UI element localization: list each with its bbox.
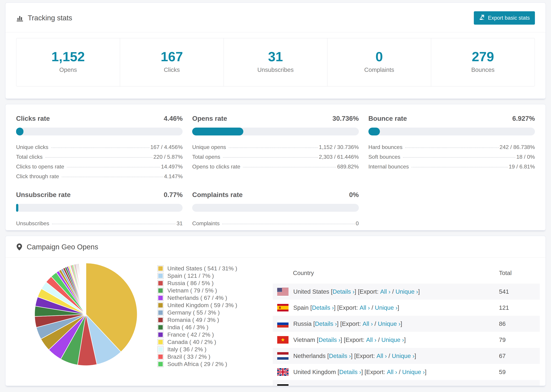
bracket-export: ] [Export: bbox=[343, 385, 369, 386]
slash: / bbox=[390, 288, 396, 295]
table-row-vietnam: Vietnam [Details ›] [Export: All › / Uni… bbox=[273, 332, 540, 348]
flag-icon-de bbox=[277, 384, 289, 386]
export-unique-link[interactable]: Unique › bbox=[375, 304, 397, 311]
total-value: 67 bbox=[499, 348, 540, 364]
column-header-country: Country bbox=[273, 262, 499, 284]
bracket: [ bbox=[320, 385, 321, 386]
rates-card: Clicks rate4.46%Unique clicks167 / 4.456… bbox=[5, 104, 546, 231]
country-name: United States bbox=[293, 288, 331, 295]
details-link[interactable]: Details › bbox=[329, 352, 351, 359]
export-unique-link[interactable]: Unique › bbox=[381, 336, 404, 343]
rate-detail-value: 242 / 86.738% bbox=[500, 144, 535, 150]
flag-icon-es bbox=[277, 304, 289, 311]
tracking-stats-title: Tracking stats bbox=[16, 14, 72, 22]
country-name: Russia bbox=[293, 320, 313, 327]
rate-detail-row: Soft bounces18 / 0% bbox=[368, 152, 535, 162]
legend-item-vietnam: Vietnam ( 79 / 5% ) bbox=[157, 287, 263, 294]
stat-card-unsubscribes: 31Unsubscribes bbox=[224, 38, 327, 86]
bracket-export: ] [Export: bbox=[340, 336, 366, 343]
bracket: [ bbox=[317, 336, 319, 343]
rate-detail-value: 167 / 4.456% bbox=[150, 144, 183, 150]
bracket-export: ] [Export: bbox=[337, 320, 363, 327]
country-name: Vietnam bbox=[293, 336, 317, 343]
slash: / bbox=[397, 369, 402, 375]
legend-label: Vietnam ( 79 / 5% ) bbox=[167, 287, 217, 294]
export-all-link[interactable]: All › bbox=[376, 352, 387, 359]
export-unique-link[interactable]: Unique › bbox=[402, 369, 425, 375]
flag-icon-nl bbox=[277, 352, 289, 360]
export-all-link[interactable]: All › bbox=[366, 336, 376, 343]
rate-detail-label: Total clicks bbox=[16, 154, 42, 160]
rate-detail-row: Unique opens1,152 / 30.736% bbox=[192, 142, 359, 152]
slash: / bbox=[379, 385, 384, 386]
rate-value: 0.77% bbox=[164, 191, 183, 199]
stat-value: 1,152 bbox=[16, 50, 120, 63]
rate-detail-value: 19 / 6.81% bbox=[509, 163, 535, 170]
rate-detail-value: 18 / 0% bbox=[516, 154, 535, 160]
legend-label: India ( 46 / 3% ) bbox=[167, 324, 208, 331]
stat-value: 31 bbox=[224, 50, 327, 63]
rate-progress-bar bbox=[16, 204, 183, 212]
details-link[interactable]: Details › bbox=[339, 369, 361, 375]
export-all-link[interactable]: All › bbox=[360, 304, 370, 311]
flag-icon-us bbox=[277, 288, 289, 295]
stat-label: Bounces bbox=[431, 66, 535, 73]
export-icon bbox=[479, 14, 485, 22]
rate-value: 0% bbox=[349, 191, 359, 199]
export-unique-link[interactable]: Unique › bbox=[396, 288, 418, 295]
legend-color-chip bbox=[157, 280, 164, 286]
export-unique-link[interactable]: Unique › bbox=[384, 385, 407, 386]
table-row-germany: Germany [Details ›] [Export: All › / Uni… bbox=[273, 380, 540, 386]
rate-detail-value: 220 / 5.87% bbox=[154, 154, 183, 160]
legend-label: United Kingdom ( 59 / 3% ) bbox=[167, 302, 237, 308]
export-all-link[interactable]: All › bbox=[363, 320, 373, 327]
country-name: United Kingdom bbox=[293, 369, 338, 375]
rate-detail-value: 14.497% bbox=[161, 163, 183, 170]
details-link[interactable]: Details › bbox=[315, 320, 337, 327]
rate-detail-label: Opens to clicks rate bbox=[192, 163, 240, 170]
rate-detail-label: Clicks to opens rate bbox=[16, 163, 64, 170]
details-link[interactable]: Details › bbox=[318, 336, 340, 343]
details-link[interactable]: Details › bbox=[333, 288, 354, 295]
rate-value: 6.927% bbox=[512, 115, 535, 122]
pie-slice-other[interactable] bbox=[86, 263, 86, 314]
rate-detail-row: Unsubscribes31 bbox=[16, 219, 183, 228]
export-all-link[interactable]: All › bbox=[369, 385, 379, 386]
table-row-netherlands: Netherlands [Details ›] [Export: All › /… bbox=[273, 348, 540, 364]
export-all-link[interactable]: All › bbox=[380, 288, 390, 295]
details-link[interactable]: Details › bbox=[312, 304, 334, 311]
total-value: 121 bbox=[499, 300, 540, 316]
stat-label: Complaints bbox=[327, 66, 431, 73]
legend-label: Germany ( 55 / 3% ) bbox=[167, 309, 220, 316]
rate-detail-label: Total opens bbox=[192, 154, 220, 160]
geo-opens-pie-chart bbox=[33, 262, 139, 367]
total-value: 59 bbox=[499, 364, 540, 380]
legend-label: Brazil ( 33 / 2% ) bbox=[167, 353, 210, 360]
export-basic-stats-button[interactable]: Export basic stats bbox=[474, 11, 535, 25]
details-link[interactable]: Details › bbox=[321, 385, 343, 386]
rate-detail-label: Hard bounces bbox=[368, 144, 403, 150]
legend-label: France ( 42 / 2% ) bbox=[167, 331, 214, 338]
export-unique-link[interactable]: Unique › bbox=[378, 320, 400, 327]
stat-label: Unsubscribes bbox=[224, 66, 327, 73]
rate-detail-row: Total opens2,303 / 61.446% bbox=[192, 152, 359, 162]
slash: / bbox=[376, 336, 381, 343]
stat-label: Clicks bbox=[120, 66, 224, 73]
legend-label: Russia ( 86 / 5% ) bbox=[167, 280, 213, 287]
legend-item-france: France ( 42 / 2% ) bbox=[157, 331, 263, 338]
country-name: Germany bbox=[293, 385, 320, 386]
bracket: ] bbox=[404, 336, 406, 343]
stat-label: Opens bbox=[16, 66, 120, 73]
legend-label: Canada ( 40 / 2% ) bbox=[167, 339, 216, 345]
export-unique-link[interactable]: Unique › bbox=[392, 352, 414, 359]
rate-progress-bar bbox=[16, 128, 183, 135]
dotted-leader bbox=[67, 167, 160, 168]
legend-item-romania: Romania ( 49 / 3% ) bbox=[157, 316, 263, 324]
rate-detail-label: Unique clicks bbox=[16, 144, 49, 150]
export-all-link[interactable]: All › bbox=[387, 369, 397, 375]
rate-detail-value: 689.82% bbox=[337, 163, 359, 170]
slash: / bbox=[370, 304, 375, 311]
legend-color-chip bbox=[157, 339, 164, 345]
stat-card-complaints: 0Complaints bbox=[327, 38, 431, 86]
page-title: Tracking stats bbox=[28, 14, 72, 22]
